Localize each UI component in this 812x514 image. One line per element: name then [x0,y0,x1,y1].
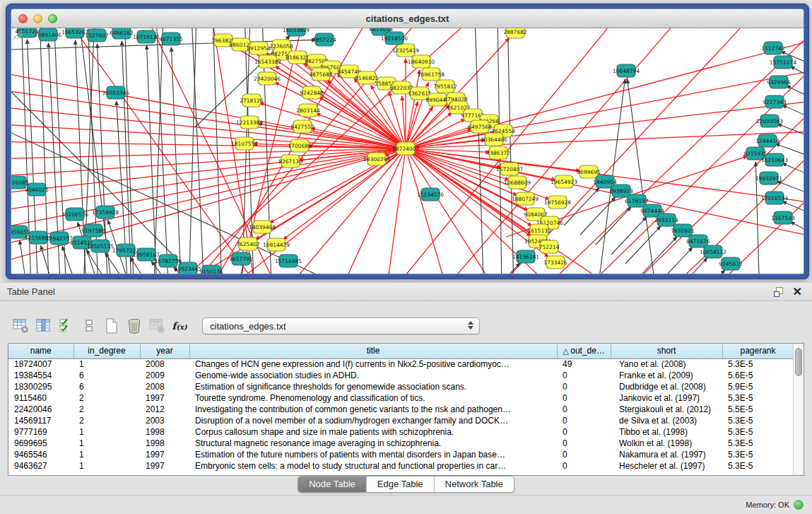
network-window: citations_edges.txt 18724007796382288601… [6,4,809,279]
column-header-name[interactable]: name [8,344,73,358]
graph-node[interactable]: 9227343 [763,95,787,108]
cell-short: de Silva et al. (2003) [611,415,722,426]
graph-node[interactable]: 10719135 [133,30,160,43]
close-window-button[interactable] [18,14,28,23]
citation-graph[interactable]: 1872400779638228860128891295422260589827… [11,28,804,274]
graph-node[interactable]: 12093583 [756,115,783,127]
cell-out_degree: 0 [557,381,611,392]
graph-node[interactable]: 8912954 [247,42,271,54]
graph-node[interactable]: 10688609 [504,176,531,189]
graph-node[interactable]: 17359928 [92,206,119,218]
svg-text:752214: 752214 [539,244,560,250]
graph-node[interactable]: 7386372 [486,146,510,159]
svg-text:16543382: 16543382 [254,59,281,65]
resize-grip[interactable] [11,28,23,40]
graph-node[interactable]: 1112742 [761,42,785,54]
svg-text:7386372: 7386372 [486,150,510,156]
row-selection-icon[interactable] [55,315,78,337]
graph-node[interactable]: 19654923 [551,175,577,188]
graph-node[interactable]: 3875685 [309,68,333,81]
graph-node[interactable]: 9046025 [25,183,49,196]
table-row[interactable]: 977716911998Corpus callosum shape and si… [8,426,793,438]
graph-node[interactable]: 16914479 [263,238,290,251]
graph-node[interactable]: 15134576 [417,188,444,201]
scrollbar-thumb[interactable] [795,348,802,376]
graph-node[interactable]: 16648794 [613,64,640,77]
graph-node[interactable]: 752214 [539,240,560,253]
graph-node[interactable]: 9329966 [767,76,791,88]
svg-text:8912954: 8912954 [247,45,271,52]
graph-node[interactable]: 20053346 [102,86,129,99]
close-panel-icon[interactable]: ✕ [793,287,802,297]
graph-node[interactable]: 8267130 [278,155,302,168]
graph-node[interactable]: 9242848 [300,86,324,99]
graph-node[interactable]: 15751074 [770,56,796,69]
new-file-icon[interactable] [100,315,123,337]
tab-edge-table[interactable]: Edge Table [367,477,435,492]
graph-node[interactable]: 1733426 [543,256,567,269]
graph-node[interactable]: 16961758 [418,68,445,81]
graph-node[interactable]: 6497568 [468,120,492,133]
table-settings-icon[interactable] [10,315,33,337]
window-titlebar[interactable]: citations_edges.txt [11,9,804,28]
graph-node[interactable]: 20206576 [61,208,88,221]
cell-out_degree: 0 [557,449,611,460]
graph-node[interactable]: 14039468 [249,221,276,233]
column-header-short[interactable]: short [611,344,722,358]
graph-node[interactable]: 14136141 [512,250,539,263]
column-header-year[interactable]: year [140,344,189,358]
graph-node[interactable]: 4671355 [159,33,183,45]
graph-node[interactable]: 9245612 [719,257,743,270]
table-row[interactable]: 969969511998Structural magnetic resonanc… [8,438,793,449]
tab-node-table[interactable]: Node Table [298,477,367,492]
graph-node[interactable]: 1244419 [755,134,779,147]
column-header-pagerank[interactable]: pagerank [722,344,793,358]
graph-node[interactable]: 7625402 [236,238,260,250]
column-header-title[interactable]: title [189,344,557,358]
graph-node[interactable]: 1527607 [85,29,109,42]
table-row[interactable]: 1872400712008Changes of HCN gene express… [8,358,793,370]
rows-icon[interactable] [78,315,100,337]
graph-node[interactable]: 2933114 [654,214,678,226]
graph-node[interactable]: 2803144 [296,104,320,117]
table-row[interactable]: 911546021997Tourette syndrome. Phenomeno… [8,392,793,404]
trash-icon[interactable] [123,315,146,337]
table-row[interactable]: 1456911722003Disruption of a novel membe… [8,415,793,426]
svg-text:9227343: 9227343 [763,99,787,105]
table-row[interactable]: 1938455462009Genome-wide association stu… [8,370,793,381]
column-visibility-icon[interactable] [33,315,55,337]
table-vertical-scrollbar[interactable] [793,344,804,475]
graph-node[interactable]: 18640910 [408,55,435,68]
graph-node[interactable]: 19932971 [755,172,782,185]
float-panel-icon[interactable] [774,287,784,297]
graph-node[interactable]: 1167533 [771,211,795,224]
function-builder-icon[interactable]: f(x) [168,315,191,337]
graph-node[interactable]: 9150136 [199,265,223,274]
graph-node[interactable]: 2887682 [503,28,527,38]
graph-node[interactable]: 15716485 [275,255,302,267]
table-row[interactable]: 946362711997Embryonic stem cells: a mode… [8,460,793,472]
column-header-in_degree[interactable]: in_degree [73,344,140,358]
table-selector-dropdown[interactable]: citations_edges.txt [202,317,480,334]
graph-node[interactable]: 16033809 [283,28,310,36]
graph-node[interactable]: 7955812 [433,80,457,93]
graph-node[interactable]: 1700686 [288,139,312,152]
cell-year: 1997 [140,449,189,460]
svg-text:8215935: 8215935 [743,151,767,157]
table-row[interactable]: 946554611997Estimation of the future num… [8,449,793,460]
minimize-window-button[interactable] [33,14,42,23]
graph-node[interactable]: 2718126 [240,94,264,107]
graph-node[interactable]: 6466162 [110,28,134,39]
cell-pagerank: 5.9E-5 [722,381,793,392]
network-canvas[interactable]: 1872400779638228860128891295422260589827… [11,28,804,274]
graph-node[interactable]: 19756928 [544,196,571,209]
table-row[interactable]: 1830029562008Estimation of significance … [8,381,793,392]
zoom-window-button[interactable] [48,14,57,23]
graph-node[interactable]: 9657791 [229,252,253,265]
tab-network-table[interactable]: Network Table [435,477,514,492]
graph-node[interactable]: 7857224 [312,33,336,46]
graph-node[interactable]: 9197588 [81,224,105,237]
table-row[interactable]: 2242004622012Investigating the contribut… [8,404,793,415]
graph-node[interactable]: 8427552 [290,120,314,133]
column-header-out_degree[interactable]: △out_de… [557,344,611,358]
